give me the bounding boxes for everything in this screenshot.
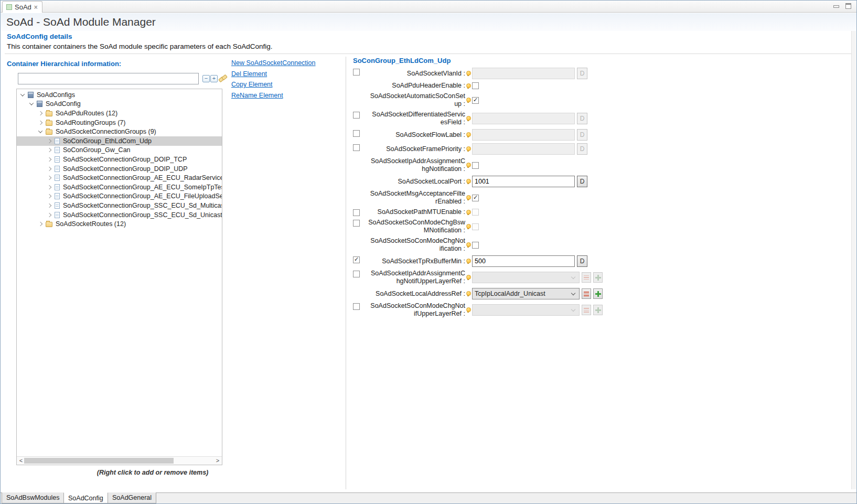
link-with-editor-icon[interactable]	[219, 74, 227, 82]
chevron-right-icon[interactable]	[47, 139, 51, 143]
chevron-right-icon[interactable]	[38, 222, 42, 226]
action-link-rename-element[interactable]: ReName Element	[231, 92, 316, 99]
chevron-down-icon[interactable]	[38, 129, 42, 133]
action-link-new-soadsocketconnection[interactable]: New SoAdSocketConnection	[231, 59, 316, 67]
scrollbar-trough[interactable]	[851, 31, 856, 489]
chevron-down-icon[interactable]	[20, 92, 25, 96]
parameter-label: SoAdSocketIpAddrAssignmentC hgNotificati…	[362, 157, 465, 173]
section-description: This container containers the SoAd modul…	[7, 42, 273, 50]
tree-row[interactable]: SoAdSocketConnectionGroup_SSC_ECU_Sd_Uni…	[17, 210, 222, 220]
module-tab-icon	[6, 4, 12, 10]
browse-references-button[interactable]	[582, 288, 591, 299]
bottom-tab-soadgeneral[interactable]: SoAdGeneral	[108, 492, 156, 503]
value-checkbox[interactable]	[472, 162, 479, 169]
chevron-right-icon[interactable]	[47, 185, 51, 189]
tree-row[interactable]: SoAdSocketConnectionGroups (9)	[17, 127, 222, 136]
enable-checkbox[interactable]	[353, 256, 360, 263]
chevron-right-icon[interactable]	[47, 148, 51, 152]
default-button: D	[577, 143, 587, 155]
scroll-right-icon[interactable]: >	[213, 457, 222, 465]
tree-item-label: SoAdSocketConnectionGroup_SSC_ECU_Sd_Uni…	[63, 211, 222, 219]
value-checkbox[interactable]	[472, 195, 479, 201]
enable-checkbox[interactable]	[353, 144, 360, 151]
bulb-icon	[466, 97, 470, 103]
parameter-row: SoAdSocketIpAddrAssignmentC hgNotifUpper…	[353, 270, 615, 285]
scrollbar-thumb[interactable]	[24, 458, 174, 464]
tree-row[interactable]: SoAdConfig	[17, 100, 222, 109]
tree-item-label: SoAdSocketConnectionGroup_AE_ECU_RadarSe…	[63, 174, 222, 181]
add-reference-button[interactable]	[593, 288, 603, 299]
minimize-icon[interactable]	[833, 5, 839, 8]
value-input[interactable]	[472, 255, 575, 267]
tree-row[interactable]: SoAdSocketConnectionGroup_DOIP_TCP	[17, 155, 222, 164]
value-checkbox[interactable]	[472, 97, 479, 104]
chevron-down-icon	[571, 307, 575, 311]
tree-item-label: SoConGroup_Gw_Can	[63, 146, 131, 154]
tree-row[interactable]: SoAdSocketConnectionGroup_DOIP_UDP	[17, 164, 222, 174]
tree-row[interactable]: SoAdSocketRoutes (12)	[17, 219, 222, 229]
browse-references-button	[582, 272, 591, 283]
expand-all-icon[interactable]: +	[210, 75, 218, 82]
tree-filter-input[interactable]	[18, 73, 199, 84]
enable-checkbox[interactable]	[353, 69, 360, 76]
enable-checkbox[interactable]	[353, 220, 360, 227]
bottom-tab-soadbswmodules[interactable]: SoAdBswModules	[2, 492, 64, 503]
enable-checkbox[interactable]	[353, 271, 360, 277]
bulb-icon	[466, 70, 470, 77]
tree-row[interactable]: SoConGroup_Gw_Can	[17, 146, 222, 155]
tree-row[interactable]: SoAdConfigs	[17, 90, 222, 100]
chevron-right-icon[interactable]	[47, 212, 51, 217]
chevron-right-icon[interactable]	[38, 120, 42, 124]
bulb-icon	[466, 178, 470, 185]
bulb-icon	[466, 223, 470, 230]
tree-row[interactable]: SoAdSocketConnectionGroup_AE_ECU_FileUpl…	[17, 192, 222, 201]
tree-row[interactable]: SoAdSocketConnectionGroup_SSC_ECU_Sd_Mul…	[17, 201, 222, 210]
default-button[interactable]: D	[577, 255, 587, 267]
value-checkbox[interactable]	[472, 82, 479, 89]
bottom-tab-soadconfig[interactable]: SoAdConfig	[63, 492, 108, 503]
bulb-icon	[466, 195, 470, 201]
reference-dropdown[interactable]: TcpIpLocalAddr_Unicast	[472, 288, 580, 299]
bulb-icon	[466, 162, 470, 168]
tree-horizontal-scrollbar[interactable]: < >	[17, 456, 222, 465]
chevron-right-icon[interactable]	[47, 194, 51, 198]
value-input[interactable]	[472, 176, 575, 187]
maximize-icon[interactable]	[845, 3, 851, 9]
enable-checkbox[interactable]	[353, 303, 360, 310]
tab-soad[interactable]: SoAd ×	[2, 1, 42, 13]
chevron-right-icon[interactable]	[38, 111, 42, 115]
action-link-del-element[interactable]: Del Element	[231, 70, 316, 78]
close-icon[interactable]: ×	[34, 5, 38, 10]
default-button: D	[577, 113, 587, 124]
parameter-row: SoAdSocketVlanId :D	[353, 68, 615, 79]
tree-item-label: SoAdSocketConnectionGroup_DOIP_TCP	[63, 156, 187, 163]
value-input	[472, 129, 575, 141]
chevron-right-icon[interactable]	[47, 166, 51, 170]
chevron-down-icon[interactable]	[29, 101, 34, 105]
bulb-icon	[466, 115, 470, 122]
tree-row[interactable]: SoAdRoutingGroups (7)	[17, 118, 222, 127]
bulb-icon	[466, 146, 470, 152]
list-icon	[584, 308, 589, 313]
value-input	[472, 68, 575, 79]
parameter-row: SoAdSocketAutomaticSoConSet up :	[353, 92, 615, 108]
default-button[interactable]: D	[577, 176, 587, 187]
value-checkbox	[472, 223, 479, 230]
enable-checkbox[interactable]	[353, 209, 360, 216]
chevron-right-icon[interactable]	[47, 176, 51, 180]
chevron-right-icon[interactable]	[47, 157, 51, 162]
reference-dropdown	[472, 304, 580, 316]
parameter-row: SoAdSocketIpAddrAssignmentC hgNotificati…	[353, 157, 615, 173]
enable-checkbox[interactable]	[353, 112, 360, 119]
value-checkbox[interactable]	[472, 242, 479, 249]
tree-row[interactable]: SoAdSocketConnectionGroup_AE_ECU_SomeIpT…	[17, 183, 222, 192]
tree-row[interactable]: SoAdSocketConnectionGroup_AE_ECU_RadarSe…	[17, 173, 222, 183]
tree-row[interactable]: SoConGroup_EthLdCom_Udp	[17, 136, 222, 146]
parameter-row: SoAdSocketSoConModeChgBsw MNotification …	[353, 219, 615, 234]
tree-row[interactable]: SoAdPduRoutes (12)	[17, 109, 222, 118]
enable-checkbox[interactable]	[353, 130, 360, 137]
collapse-all-icon[interactable]: −	[202, 75, 210, 82]
bulb-icon	[466, 274, 470, 281]
action-link-copy-element[interactable]: Copy Element	[231, 81, 316, 88]
chevron-right-icon[interactable]	[47, 203, 51, 208]
